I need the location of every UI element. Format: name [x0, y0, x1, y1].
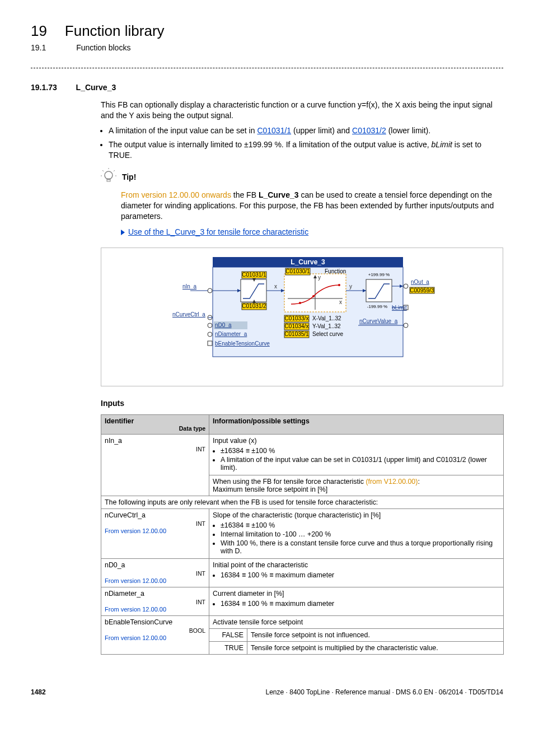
th-datatype-label: Data type [105, 425, 205, 432]
link-c01031-1[interactable]: C01031/1 [257, 126, 291, 135]
cell-true-text: Tensile force setpoint is multiplied by … [247, 642, 504, 655]
cell-info-nD0: Initial point of the characteristic 1638… [209, 559, 504, 587]
label-c01035: C01035/1 [284, 331, 309, 337]
text: When using the FB for tensile force char… [213, 478, 366, 486]
label-yval: Y-Val_1..32 [312, 323, 341, 329]
port-nIn_a: nIn_a [182, 283, 196, 290]
label-selcurve: Select curve [312, 331, 343, 337]
id-text: nCurveCtrl_a [105, 511, 146, 519]
svg-point-25 [338, 284, 340, 286]
svg-text:x: x [339, 299, 342, 305]
block-diagram-frame: L_Curve_3 C01031/1 C01031/2 C01030/1 Fun [101, 248, 503, 386]
port-nD0_a: nD0_a [215, 322, 232, 328]
label-minus199: -199.99 % [367, 304, 387, 309]
svg-rect-48 [208, 341, 212, 346]
cell-id-nIn_a: nIn_a INT [101, 435, 209, 496]
text: Input value (x) [213, 437, 257, 445]
diagram-title: L_Curve_3 [291, 258, 325, 266]
cell-info-nIn_a-2: When using the FB for tensile force char… [209, 475, 504, 496]
inputs-table-wrap: Identifier Data type Information/possibl… [101, 414, 503, 655]
cell-false-label: FALSE [209, 629, 247, 642]
cell-id-nD0: nD0_a INT From version 12.00.00 [101, 559, 209, 587]
cell-span-note: The following inputs are only relevant w… [101, 496, 504, 509]
list-item: 16384 ≡ 100 % ≡ maximum diameter [221, 571, 500, 579]
table-row: The following inputs are only relevant w… [101, 496, 504, 509]
page-footer: 1482 Lenze · 8400 TopLine · Reference ma… [0, 688, 534, 696]
table-row: nCurveCtrl_a INT From version 12.00.00 S… [101, 509, 504, 559]
label-plus199: +199.99 % [368, 272, 389, 277]
cell-info-bEnable-title: Activate tensile force setpoint [209, 616, 504, 629]
text-highlight: (from V12.00.00) [366, 478, 418, 486]
svg-point-24 [312, 295, 315, 297]
label-c01031-1: C01031/1 [242, 272, 266, 278]
tip-link[interactable]: Use of the L_Curve_3 for tensile force c… [128, 227, 308, 236]
cell-info-nDiameter: Current diameter in [%] 16384 ≡ 100 % ≡ … [209, 587, 504, 616]
text: (lower limit). [386, 126, 430, 135]
intro-block: This FB can optionally display a charact… [101, 100, 503, 236]
version-note: From version 12.00.00 [105, 528, 166, 534]
table-row: bEnableTensionCurve BOOL From version 12… [101, 616, 504, 629]
datatype: BOOL [105, 627, 205, 634]
subsection-heading: 19.1.73 L_Curve_3 [31, 83, 503, 92]
table-header-row: Identifier Data type Information/possibl… [101, 415, 504, 435]
cell-id-nCurveCtrl: nCurveCtrl_a INT From version 12.00.00 [101, 509, 209, 559]
tip-fb-name: L_Curve_3 [259, 190, 299, 199]
version-note: From version 12.00.00 [105, 634, 166, 641]
intro-bullets: A limitation of the input value can be s… [101, 125, 503, 161]
tip-link-row: Use of the L_Curve_3 for tensile force c… [121, 227, 503, 236]
cell-false-text: Tensile force setpoint is not influenced… [247, 629, 504, 642]
version-note: From version 12.00.00 [105, 606, 166, 613]
chapter-line: 19 Function library [31, 22, 503, 40]
block-diagram: L_Curve_3 C01031/1 C01031/2 C01030/1 Fun [157, 257, 448, 375]
divider [31, 68, 503, 68]
label-c01033: C01033/x [284, 315, 308, 321]
table-row: nDiameter_a INT From version 12.00.00 Cu… [101, 587, 504, 616]
svg-line-2 [114, 170, 115, 171]
port-nCurveValue_a: nCurveValue_a [359, 318, 398, 324]
cell-true-label: TRUE [209, 642, 247, 655]
intro-bullet-2: The output value is internally limited t… [109, 139, 503, 161]
tip-label: Tip! [122, 172, 136, 181]
datatype: INT [105, 570, 205, 577]
svg-point-49 [404, 284, 408, 288]
label-xval: X-Val_1..32 [312, 315, 341, 321]
port-nDiameter_a: nDiameter_a [215, 331, 247, 337]
cell-id-bEnable: bEnableTensionCurve BOOL From version 12… [101, 616, 209, 655]
text: : [418, 478, 419, 486]
th-id-label: Identifier [105, 417, 134, 425]
intro-paragraph: This FB can optionally display a charact… [101, 100, 503, 121]
link-c01031-2[interactable]: C01031/2 [352, 126, 386, 135]
chapter-number: 19 [31, 22, 47, 40]
label-function: Function [325, 268, 346, 274]
port-bLimit: bLimit [392, 305, 407, 311]
tip-heading: Tip! [101, 168, 503, 185]
svg-point-47 [208, 332, 212, 337]
label-c01030-1: C01030/1 [285, 268, 310, 274]
tip-body: From version 12.00.00 onwards the FB L_C… [121, 190, 503, 222]
cell-info-nIn_a-1: Input value (x) ±16384 ≡ ±100 % A limita… [209, 435, 504, 475]
table-row: nIn_a INT Input value (x) ±16384 ≡ ±100 … [101, 435, 504, 475]
inputs-table: Identifier Data type Information/possibl… [101, 414, 504, 655]
datatype: INT [105, 446, 205, 452]
subsection-title: L_Curve_3 [76, 83, 116, 92]
port-nCurveCtrl_a: nCurveCtrl_a [172, 311, 205, 318]
th-identifier: Identifier Data type [101, 415, 209, 435]
text: the FB [231, 190, 259, 199]
list-item: ±16384 ≡ ±100 % [221, 447, 500, 455]
svg-point-52 [404, 323, 408, 328]
cell-info-nCurveCtrl: Slope of the characteristic (torque char… [209, 509, 504, 559]
svg-point-45 [208, 323, 212, 328]
footer-doc-info: Lenze · 8400 TopLine · Reference manual … [266, 688, 503, 696]
datatype: INT [105, 520, 205, 527]
list-item: ±16384 ≡ ±100 % [221, 521, 500, 529]
port-bEnable: bEnableTensionCurve [215, 340, 270, 347]
text: The output value is internally limited t… [109, 140, 432, 149]
text: Slope of the characteristic (torque char… [213, 511, 381, 519]
text: A limitation of the input value can be s… [109, 126, 257, 135]
id-text: bEnableTensionCurve [105, 618, 172, 626]
table-row: nD0_a INT From version 12.00.00 Initial … [101, 559, 504, 587]
list-item: Internal limitation to -100 … +200 % [221, 530, 500, 538]
th-info: Information/possible settings [209, 415, 504, 435]
text: Maximum tensile force setpoint in [%] [213, 486, 327, 493]
datatype: INT [105, 599, 205, 605]
